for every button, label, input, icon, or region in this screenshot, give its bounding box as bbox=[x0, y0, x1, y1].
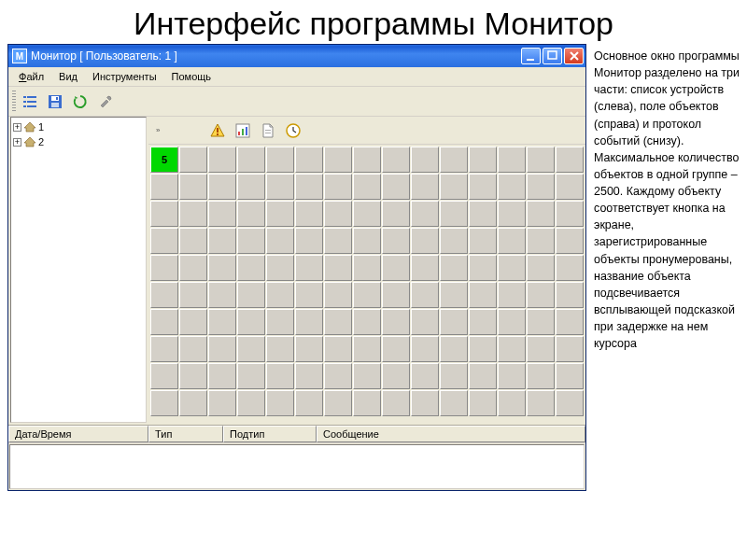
object-button[interactable] bbox=[179, 228, 207, 254]
object-button[interactable] bbox=[498, 255, 526, 281]
object-button[interactable] bbox=[382, 309, 410, 335]
object-button[interactable] bbox=[527, 201, 555, 227]
object-button[interactable] bbox=[179, 255, 207, 281]
object-button[interactable] bbox=[208, 336, 236, 362]
object-button[interactable] bbox=[353, 228, 381, 254]
menu-file[interactable]: Файл bbox=[12, 69, 50, 84]
object-button[interactable] bbox=[469, 336, 497, 362]
object-button[interactable] bbox=[150, 363, 178, 389]
object-button[interactable] bbox=[440, 309, 468, 335]
warning-icon[interactable] bbox=[206, 119, 229, 142]
object-button[interactable] bbox=[179, 390, 207, 416]
minimize-button[interactable] bbox=[521, 48, 541, 64]
object-button[interactable] bbox=[295, 282, 323, 308]
object-button[interactable] bbox=[295, 174, 323, 200]
object-button[interactable] bbox=[556, 363, 584, 389]
log-col-datetime[interactable]: Дата/Время bbox=[8, 426, 148, 442]
object-button[interactable] bbox=[498, 336, 526, 362]
object-button[interactable] bbox=[208, 282, 236, 308]
object-button[interactable] bbox=[150, 282, 178, 308]
object-button[interactable] bbox=[295, 390, 323, 416]
object-button[interactable] bbox=[353, 363, 381, 389]
object-button[interactable] bbox=[382, 390, 410, 416]
device-tree[interactable]: + 1 + 2 bbox=[10, 117, 147, 423]
wrench-icon[interactable] bbox=[94, 91, 117, 113]
object-button[interactable] bbox=[353, 336, 381, 362]
menu-tools[interactable]: Инструменты bbox=[86, 69, 163, 84]
object-button[interactable] bbox=[208, 255, 236, 281]
object-button[interactable] bbox=[295, 363, 323, 389]
object-button[interactable] bbox=[469, 228, 497, 254]
object-button[interactable] bbox=[266, 228, 294, 254]
object-button[interactable] bbox=[527, 282, 555, 308]
object-button[interactable] bbox=[150, 255, 178, 281]
object-button[interactable] bbox=[440, 147, 468, 173]
object-button[interactable] bbox=[295, 336, 323, 362]
menu-view[interactable]: Вид bbox=[52, 69, 84, 84]
object-button[interactable] bbox=[353, 255, 381, 281]
object-button[interactable] bbox=[498, 174, 526, 200]
chart-icon[interactable] bbox=[232, 119, 254, 142]
clock-icon[interactable] bbox=[282, 119, 304, 142]
object-button[interactable] bbox=[353, 174, 381, 200]
object-button[interactable] bbox=[382, 363, 410, 389]
object-button[interactable] bbox=[150, 336, 178, 362]
object-button[interactable] bbox=[179, 309, 207, 335]
object-button[interactable] bbox=[208, 174, 236, 200]
object-button[interactable] bbox=[353, 282, 381, 308]
object-button[interactable] bbox=[382, 174, 410, 200]
object-button[interactable] bbox=[382, 282, 410, 308]
object-button[interactable] bbox=[440, 363, 468, 389]
object-button[interactable] bbox=[237, 336, 265, 362]
object-button[interactable] bbox=[266, 336, 294, 362]
log-col-type[interactable]: Тип bbox=[148, 426, 223, 442]
object-button[interactable] bbox=[237, 390, 265, 416]
object-button[interactable] bbox=[179, 201, 207, 227]
tree-expand-icon[interactable]: + bbox=[13, 123, 21, 132]
object-button[interactable] bbox=[556, 174, 584, 200]
object-button[interactable] bbox=[527, 228, 555, 254]
object-button[interactable] bbox=[179, 282, 207, 308]
object-button[interactable] bbox=[324, 309, 352, 335]
object-button[interactable] bbox=[440, 201, 468, 227]
object-button[interactable] bbox=[353, 147, 381, 173]
object-button[interactable] bbox=[179, 363, 207, 389]
object-button[interactable] bbox=[527, 255, 555, 281]
object-button[interactable] bbox=[266, 201, 294, 227]
object-button[interactable] bbox=[266, 174, 294, 200]
object-button[interactable] bbox=[556, 201, 584, 227]
log-body[interactable] bbox=[9, 444, 585, 489]
list-icon[interactable] bbox=[19, 91, 41, 113]
chevron-expand-icon[interactable]: » bbox=[156, 126, 160, 134]
object-button[interactable] bbox=[440, 390, 468, 416]
object-button[interactable] bbox=[411, 336, 439, 362]
object-button[interactable] bbox=[295, 228, 323, 254]
object-button[interactable] bbox=[324, 282, 352, 308]
object-button[interactable] bbox=[527, 174, 555, 200]
object-button[interactable] bbox=[469, 282, 497, 308]
object-button[interactable] bbox=[208, 228, 236, 254]
object-button[interactable] bbox=[556, 147, 584, 173]
object-button[interactable] bbox=[324, 390, 352, 416]
object-button[interactable] bbox=[295, 255, 323, 281]
object-button[interactable]: 5 bbox=[150, 147, 178, 173]
object-button[interactable] bbox=[266, 390, 294, 416]
object-button[interactable] bbox=[150, 309, 178, 335]
menu-help[interactable]: Помощь bbox=[165, 69, 218, 84]
object-button[interactable] bbox=[469, 363, 497, 389]
object-button[interactable] bbox=[324, 363, 352, 389]
tree-row[interactable]: + 1 bbox=[13, 119, 144, 134]
object-button[interactable] bbox=[208, 363, 236, 389]
object-button[interactable] bbox=[498, 228, 526, 254]
object-button[interactable] bbox=[498, 363, 526, 389]
object-button[interactable] bbox=[411, 147, 439, 173]
object-button[interactable] bbox=[469, 147, 497, 173]
object-button[interactable] bbox=[556, 309, 584, 335]
object-button[interactable] bbox=[411, 255, 439, 281]
object-button[interactable] bbox=[237, 309, 265, 335]
object-button[interactable] bbox=[266, 309, 294, 335]
refresh-icon[interactable] bbox=[69, 91, 92, 113]
object-button[interactable] bbox=[411, 174, 439, 200]
object-button[interactable] bbox=[382, 228, 410, 254]
object-button[interactable] bbox=[179, 174, 207, 200]
